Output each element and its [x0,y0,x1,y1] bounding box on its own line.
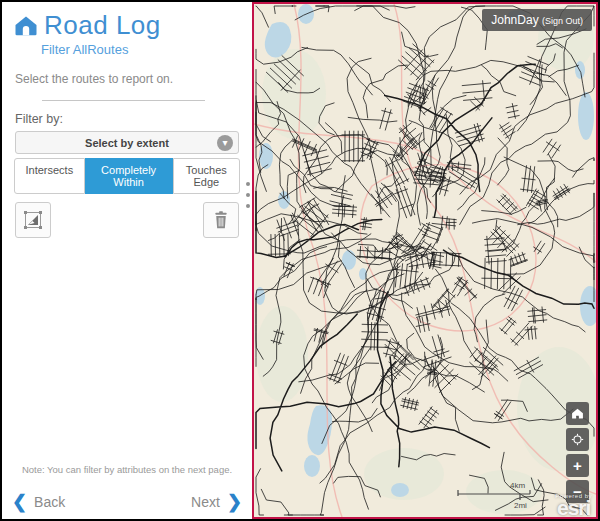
page-title: Road Log [44,10,161,41]
user-name: JohnDay [491,13,538,27]
trash-icon [210,209,232,231]
next-button[interactable]: Next ❯ [191,493,242,511]
esri-brand: esri [555,499,592,517]
map-image: 4km 2mi [254,4,596,517]
tab-intersects[interactable]: Intersects [14,158,85,194]
sign-out-label: (Sign Out) [542,16,583,26]
svg-text:4km: 4km [510,481,525,490]
note-text: Note: You can filter by attributes on th… [2,464,252,475]
tab-completely-within[interactable]: Completely Within [85,158,173,194]
sidebar-panel: Road Log Filter AllRoutes Select the rou… [2,2,252,519]
tool-buttons-row [15,202,239,238]
locate-icon [571,433,584,446]
map-nav-controls: + − [566,402,589,503]
tab-touches-edge[interactable]: Touches Edge [173,158,240,194]
select-by-extent-dropdown[interactable]: Select by extent ▾ [15,131,239,154]
instruction-text: Select the routes to report on. [15,72,252,86]
spatial-filter-tabs: Intersects Completely Within Touches Edg… [14,158,240,194]
svg-text:2mi: 2mi [514,501,527,510]
map-canvas[interactable]: 4km 2mi JohnDay (Sign Out) + − Powered b… [252,2,598,519]
map-home-button[interactable] [566,402,589,425]
back-button[interactable]: ❮ Back [12,493,65,511]
divider-line [42,100,205,101]
draw-extent-icon [21,208,45,232]
draw-extent-button[interactable] [15,202,51,238]
delete-selection-button[interactable] [203,202,239,238]
esri-logo: Powered by esri [555,493,592,517]
back-label: Back [34,494,65,510]
app-header: Road Log [14,10,252,41]
filter-allroutes-link[interactable]: Filter AllRoutes [41,42,252,57]
chevron-left-icon: ❮ [12,493,27,511]
chevron-down-icon[interactable]: ▾ [217,135,233,151]
filter-by-label: Filter by: [15,112,252,126]
next-label: Next [191,494,220,510]
panel-resize-handle[interactable] [246,182,250,208]
user-signout-button[interactable]: JohnDay (Sign Out) [482,9,592,31]
chevron-right-icon: ❯ [227,493,242,511]
map-locate-button[interactable] [566,428,589,451]
dropdown-value: Select by extent [85,137,169,149]
map-home-icon [571,407,584,420]
zoom-in-button[interactable]: + [566,454,589,477]
home-icon [14,14,38,38]
wizard-nav: ❮ Back Next ❯ [12,493,242,511]
